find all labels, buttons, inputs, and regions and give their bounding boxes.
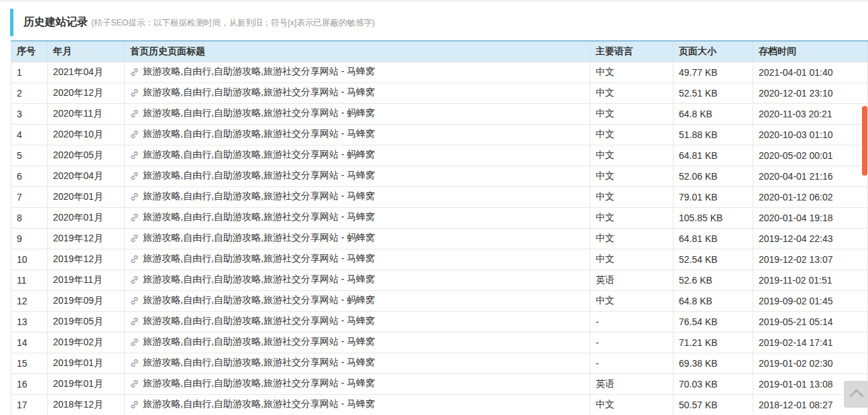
history-title-link[interactable]: 旅游攻略,自由行,自助游攻略,旅游社交分享网站 - 马蜂窝: [130, 315, 375, 327]
history-title-link[interactable]: 旅游攻略,自由行,自助游攻略,旅游社交分享网站 - 马蜂窝: [130, 336, 375, 348]
cell-index: 14: [11, 332, 48, 353]
cell-language: 英语: [590, 270, 673, 290]
cell-size: 52.51 KB: [673, 82, 753, 103]
cell-size: 76.54 KB: [673, 311, 753, 332]
history-title-link[interactable]: 旅游攻略,自由行,自助游攻略,旅游社交分享网站 - 马蜂窝: [130, 377, 375, 390]
scrollbar-thumb[interactable]: [862, 106, 867, 176]
table-row: 16 2019年01月 旅游攻略,自由行,自助游攻略,旅游社交分享网站 - 马蜂…: [11, 373, 868, 394]
history-title-link[interactable]: 旅游攻略,自由行,自助游攻略,旅游社交分享网站 - 马蜂窝: [130, 274, 375, 286]
cell-title: 旅游攻略,自由行,自助游攻略,旅游社交分享网站 - 蚂蜂窝: [125, 145, 590, 166]
table-row: 9 2019年12月 旅游攻略,自由行,自助游攻略,旅游社交分享网站 - 蚂蜂窝: [11, 228, 868, 249]
cell-size: 49.77 KB: [673, 62, 753, 82]
cell-title: 旅游攻略,自由行,自助游攻略,旅游社交分享网站 - 马蜂窝: [125, 166, 590, 186]
history-title-link[interactable]: 旅游攻略,自由行,自助游攻略,旅游社交分享网站 - 蚂蜂窝: [130, 107, 375, 119]
chevron-up-icon: [849, 388, 864, 400]
cell-size: 105.85 KB: [673, 207, 753, 228]
cell-time: 2020-01-04 19:18: [753, 207, 868, 228]
link-icon: [130, 359, 139, 367]
history-title-link[interactable]: 旅游攻略,自由行,自助游攻略,旅游社交分享网站 - 蚂蜂窝: [130, 149, 375, 161]
history-title-text: 旅游攻略,自由行,自助游攻略,旅游社交分享网站 - 马蜂窝: [143, 86, 375, 99]
history-title-link[interactable]: 旅游攻略,自由行,自助游攻略,旅游社交分享网站 - 蚂蜂窝: [130, 294, 375, 306]
cell-index: 17: [11, 394, 48, 415]
cell-size: 70.03 KB: [673, 373, 753, 394]
page-title: 历史建站记录: [23, 16, 88, 27]
history-title-link[interactable]: 旅游攻略,自由行,自助游攻略,旅游社交分享网站 - 马蜂窝: [130, 128, 375, 140]
table-header-row: 序号 年月 首页历史页面标题 主要语言 页面大小 存档时间: [11, 41, 868, 62]
cell-size: 71.21 KB: [673, 332, 753, 353]
cell-index: 12: [11, 290, 48, 311]
cell-language: -: [590, 353, 673, 373]
cell-title: 旅游攻略,自由行,自助游攻略,旅游社交分享网站 - 马蜂窝: [125, 394, 590, 415]
cell-language: 中文: [590, 249, 673, 270]
history-title-text: 旅游攻略,自由行,自助游攻略,旅游社交分享网站 - 马蜂窝: [143, 357, 375, 369]
cell-language: 中文: [590, 207, 673, 228]
cell-index: 10: [11, 249, 48, 270]
history-title-link[interactable]: 旅游攻略,自由行,自助游攻略,旅游社交分享网站 - 马蜂窝: [130, 170, 375, 182]
link-icon: [130, 109, 139, 118]
cell-month: 2018年12月: [48, 394, 125, 415]
accent-bar: [10, 9, 13, 36]
link-icon: [130, 255, 139, 263]
cell-month: 2020年01月: [48, 207, 125, 228]
cell-language: 中文: [590, 186, 673, 207]
history-title-link[interactable]: 旅游攻略,自由行,自助游攻略,旅游社交分享网站 - 马蜂窝: [130, 190, 375, 202]
col-header-month: 年月: [48, 41, 125, 62]
cell-time: 2019-01-02 02:30: [753, 353, 868, 373]
cell-time: 2019-11-02 01:51: [753, 270, 868, 290]
cell-month: 2020年10月: [48, 124, 125, 145]
history-title-link[interactable]: 旅游攻略,自由行,自助游攻略,旅游社交分享网站 - 马蜂窝: [130, 357, 375, 369]
cell-language: 中文: [590, 290, 673, 311]
cell-time: 2021-04-01 01:40: [753, 62, 868, 82]
page-header: 历史建站记录(桔子SEO提示：以下根据检测时间，从新到旧；符号[x]表示已屏蔽的…: [10, 9, 868, 36]
cell-index: 8: [11, 207, 48, 228]
table-row: 11 2019年11月 旅游攻略,自由行,自助游攻略,旅游社交分享网站 - 马蜂…: [11, 270, 868, 290]
history-title-link[interactable]: 旅游攻略,自由行,自助游攻略,旅游社交分享网站 - 马蜂窝: [130, 211, 375, 223]
table-row: 4 2020年10月 旅游攻略,自由行,自助游攻略,旅游社交分享网站 - 马蜂窝: [11, 124, 868, 145]
cell-month: 2019年02月: [48, 332, 125, 353]
cell-title: 旅游攻略,自由行,自助游攻略,旅游社交分享网站 - 马蜂窝: [125, 270, 590, 290]
history-title-text: 旅游攻略,自由行,自助游攻略,旅游社交分享网站 - 马蜂窝: [143, 377, 375, 390]
history-title-link[interactable]: 旅游攻略,自由行,自助游攻略,旅游社交分享网站 - 马蜂窝: [130, 86, 375, 99]
history-title-text: 旅游攻略,自由行,自助游攻略,旅游社交分享网站 - 马蜂窝: [143, 170, 375, 182]
link-icon: [130, 276, 139, 284]
cell-index: 5: [11, 145, 48, 166]
link-icon: [130, 338, 139, 347]
link-icon: [130, 296, 139, 305]
cell-month: 2019年01月: [48, 373, 125, 394]
link-icon: [130, 234, 139, 243]
cell-month: 2020年12月: [48, 82, 125, 103]
cell-index: 9: [11, 228, 48, 249]
cell-month: 2019年01月: [48, 353, 125, 373]
table-row: 15 2019年01月 旅游攻略,自由行,自助游攻略,旅游社交分享网站 - 马蜂…: [11, 353, 868, 373]
history-title-link[interactable]: 旅游攻略,自由行,自助游攻略,旅游社交分享网站 - 马蜂窝: [130, 398, 375, 410]
col-header-title: 首页历史页面标题: [125, 41, 590, 62]
cell-time: 2019-12-02 13:07: [753, 249, 868, 270]
back-to-top-button[interactable]: [844, 381, 868, 408]
cell-title: 旅游攻略,自由行,自助游攻略,旅游社交分享网站 - 马蜂窝: [125, 207, 590, 228]
cell-time: 2019-05-21 05:14: [753, 311, 868, 332]
cell-language: 英语: [590, 373, 673, 394]
table-row: 5 2020年05月 旅游攻略,自由行,自助游攻略,旅游社交分享网站 - 蚂蜂窝: [11, 145, 868, 166]
cell-title: 旅游攻略,自由行,自助游攻略,旅游社交分享网站 - 马蜂窝: [125, 373, 590, 394]
link-icon: [130, 130, 139, 139]
table-row: 3 2020年11月 旅游攻略,自由行,自助游攻略,旅游社交分享网站 - 蚂蜂窝: [11, 103, 868, 124]
link-icon: [130, 172, 139, 180]
history-title-link[interactable]: 旅游攻略,自由行,自助游攻略,旅游社交分享网站 - 蚂蜂窝: [130, 232, 375, 244]
cell-title: 旅游攻略,自由行,自助游攻略,旅游社交分享网站 - 马蜂窝: [125, 332, 590, 353]
cell-index: 11: [11, 270, 48, 290]
table-row: 7 2020年01月 旅游攻略,自由行,自助游攻略,旅游社交分享网站 - 马蜂窝: [11, 186, 868, 207]
history-title-text: 旅游攻略,自由行,自助游攻略,旅游社交分享网站 - 马蜂窝: [143, 398, 375, 410]
cell-index: 3: [11, 103, 48, 124]
cell-title: 旅游攻略,自由行,自助游攻略,旅游社交分享网站 - 马蜂窝: [125, 82, 590, 103]
cell-index: 13: [11, 311, 48, 332]
col-header-time: 存档时间: [753, 41, 868, 62]
cell-size: 52.6 KB: [673, 270, 753, 290]
cell-title: 旅游攻略,自由行,自助游攻略,旅游社交分享网站 - 马蜂窝: [125, 353, 590, 373]
cell-title: 旅游攻略,自由行,自助游攻略,旅游社交分享网站 - 蚂蜂窝: [125, 228, 590, 249]
table-body: 1 2021年04月 旅游攻略,自由行,自助游攻略,旅游社交分享网站 - 马蜂窝: [11, 62, 868, 415]
history-title-link[interactable]: 旅游攻略,自由行,自助游攻略,旅游社交分享网站 - 马蜂窝: [130, 253, 375, 265]
cell-size: 64.8 KB: [673, 103, 753, 124]
cell-language: 中文: [590, 145, 673, 166]
table-row: 10 2019年12月 旅游攻略,自由行,自助游攻略,旅游社交分享网站 - 马蜂…: [11, 249, 868, 270]
history-title-link[interactable]: 旅游攻略,自由行,自助游攻略,旅游社交分享网站 - 马蜂窝: [130, 66, 375, 78]
